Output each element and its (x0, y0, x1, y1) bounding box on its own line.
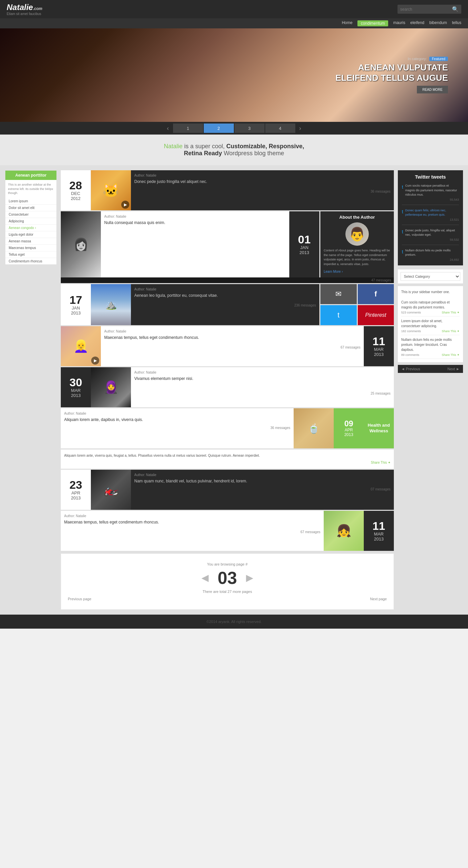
page-prev-arrow[interactable]: ◄ (199, 571, 211, 585)
slider-dot-2[interactable]: 2 (204, 124, 234, 133)
tweet-count-2: 13,521 (405, 218, 459, 221)
sidebar-menu-item[interactable]: Consectetuer (5, 211, 56, 218)
sidebar-menu-item[interactable]: Dolor sit amet elit (5, 205, 56, 211)
sidebar-menu-item[interactable]: Ligula eget dolor (5, 231, 56, 238)
nav-bibendum[interactable]: bibendum (429, 20, 447, 26)
twitter-widget: Twitter tweets t Cum sociis natoque pena… (398, 170, 463, 266)
post-thumb-2: 👩 (61, 211, 101, 277)
post-content-6: Author: Natalie Aliquam lorem ante, dapi… (61, 408, 294, 448)
post-thumb-1: 🐱 ▶ (91, 170, 131, 210)
twitter-icon-4: t (402, 249, 403, 261)
sidebar-menu-item[interactable]: Aenean massa (5, 238, 56, 245)
nav-eleifend[interactable]: eleifend (410, 20, 424, 26)
logo-subtitle: Etiam sit amet faucibus (7, 12, 42, 16)
hero-section: In category: Featured AENEAN VULPUTATE E… (0, 28, 468, 122)
hero-category-badge: Featured (429, 57, 448, 61)
post-date-8: 11 MAR 2013 (364, 511, 394, 551)
sidebar-posts-widget: This is your sidebar number one. Cum soc… (398, 286, 463, 362)
tagline-rest: Wordpress blog theme (224, 150, 284, 157)
slider-prev[interactable]: ‹ (164, 125, 172, 132)
post-date-4: 11 MAR 2013 (364, 326, 394, 366)
nav-home[interactable]: Home (342, 20, 352, 26)
footer: ©2014 aryank. All rights reserved. (0, 615, 468, 629)
sidebar-menu-item[interactable]: Adipiscing (5, 218, 56, 225)
sidebar-post-item-1: Cum sociis natoque penatibus et magnis d… (401, 298, 460, 316)
comments-1: 523 comments (401, 311, 421, 314)
sidebar-info-text: This is your sidebar number one. (401, 289, 460, 294)
hero-in-category: In category: Featured (335, 57, 448, 61)
search-container[interactable]: 🔍 (398, 5, 461, 14)
sidebar-prev-link[interactable]: ◄ Previous (401, 367, 420, 371)
sidebar-menu-item-active[interactable]: Aenean congodo › (5, 225, 56, 231)
post-content-1: Author: Natalie Donec pede justo fringil… (131, 170, 394, 210)
slider-dot-4[interactable]: 4 (265, 124, 295, 133)
share-2[interactable]: Share This ✦ (442, 330, 460, 333)
post-thumb-5: 🧕 (91, 367, 131, 407)
post-row-3: 17 JAN 2013 ⛰️ Author: Natalie Aenean le… (61, 284, 319, 325)
search-input[interactable] (400, 7, 450, 12)
sidebar-menu-item[interactable]: Maecenas tempus (5, 245, 56, 251)
sidebar-prev-next: ◄ Previous Next ► (398, 365, 463, 373)
comments-2: 182 comments (401, 330, 421, 333)
sidebar-menu-item[interactable]: Tellus eget (5, 251, 56, 258)
slider-next[interactable]: › (296, 125, 305, 132)
footer-text: ©2014 aryank. All rights reserved. (206, 620, 262, 624)
social-email-btn[interactable]: ✉ (320, 284, 357, 304)
category-widget: Select Category Health Technology Travel (398, 270, 463, 283)
slider-dot-3[interactable]: 3 (234, 124, 265, 133)
post-row-8: Author: Natalie Maecenas tempus, tellus … (61, 511, 394, 551)
social-pinterest-btn[interactable]: Pinterest (358, 305, 394, 325)
post-date-6: 09 APR 2013 (334, 408, 364, 448)
tweet-count-3: 59,532 (405, 238, 459, 241)
post-row-2: 👩 Author: Natalie Nulla consequat massa … (61, 211, 319, 277)
sidebar-widget: Aenean porttitor This is an another side… (5, 170, 57, 265)
sidebar-post-item-2: Lorem ipsum dolor sit amet, consectetuer… (401, 316, 460, 335)
learn-more-link[interactable]: Learn More › (324, 270, 343, 273)
search-icon: 🔍 (452, 6, 459, 12)
sidebar-widget-text: This is an another sidebar at the extrem… (5, 180, 56, 198)
post-day: 28 (69, 180, 82, 191)
post-month: JAN (300, 245, 309, 250)
post-date-1: 28 DEC 2012 (61, 170, 91, 210)
twitter-icon-3: t (402, 229, 403, 241)
tweet-text-2: Donec quam felis, ultrices nec, pellente… (405, 208, 459, 217)
sidebar-next-link[interactable]: Next ► (447, 367, 460, 371)
nav-condimentum[interactable]: condimentum (357, 20, 388, 26)
post-thumb-8: 👧 (324, 511, 364, 551)
main-layout: Aenean porttitor This is an another side… (0, 165, 468, 615)
tweet-text-3: Donec pede justo, fringilla val, aliquet… (405, 228, 459, 237)
post-date-3: 17 JAN 2013 (61, 284, 91, 325)
page-browsing-text: You are browsing page # (68, 562, 387, 566)
nav-tellus[interactable]: tellus (452, 20, 461, 26)
header: Natalie.com Etiam sit amet faucibus 🔍 (0, 0, 468, 18)
nav-mauris[interactable]: mauris (393, 20, 405, 26)
prev-page-label[interactable]: Previous page (68, 597, 91, 601)
tagline-natalie: Natalie (164, 143, 182, 150)
sidebar-menu-item[interactable]: Lorem ipsum (5, 198, 56, 205)
right-sidebar: Twitter tweets t Cum sociis natoque pena… (398, 170, 463, 610)
nav-bar: Home condimentum mauris eleifend bibendu… (0, 18, 468, 28)
social-twitter-btn[interactable]: t (320, 305, 357, 325)
post-content-5: Author: Natalie Vivamus elementum semper… (131, 367, 394, 407)
slider-dot-1[interactable]: 1 (173, 124, 203, 133)
tweet-count-4: 24,692 (405, 258, 459, 261)
social-facebook-btn[interactable]: f (358, 284, 394, 304)
share-3[interactable]: Share This ✦ (442, 353, 460, 356)
share-1[interactable]: Share This ✦ (442, 311, 460, 314)
tagline-bold2: Retina Ready (184, 150, 222, 157)
read-more-button[interactable]: READ MORE (417, 86, 448, 93)
category-select[interactable]: Select Category Health Technology Travel (401, 272, 460, 281)
logo: Natalie.com (7, 3, 42, 12)
post-title-1: Donec pede justo fringilla vel aliquet n… (134, 179, 390, 185)
sidebar-menu-item[interactable]: Condimentum rhoncus (5, 258, 56, 265)
next-page-label[interactable]: Next page (370, 597, 387, 601)
post-row-3-wrapper: 17 JAN 2013 ⛰️ Author: Natalie Aenean le… (61, 284, 394, 325)
page-next-arrow[interactable]: ► (243, 571, 256, 585)
sidebar-widget-title: Aenean porttitor (5, 170, 56, 180)
post-row-7: 23 APR 2013 🏍️ Author: Natalie Nam quam … (61, 470, 394, 510)
page-navigation: You are browsing page # ◄ 03 ► There are… (61, 554, 394, 610)
twitter-icon-2: t (402, 209, 403, 221)
about-author-text: Content of About page goes here. Heading… (324, 248, 390, 267)
twitter-icon-1: t (402, 184, 403, 201)
tweet-4: t Nullam dictum felis eu pede mollis pre… (402, 248, 459, 261)
